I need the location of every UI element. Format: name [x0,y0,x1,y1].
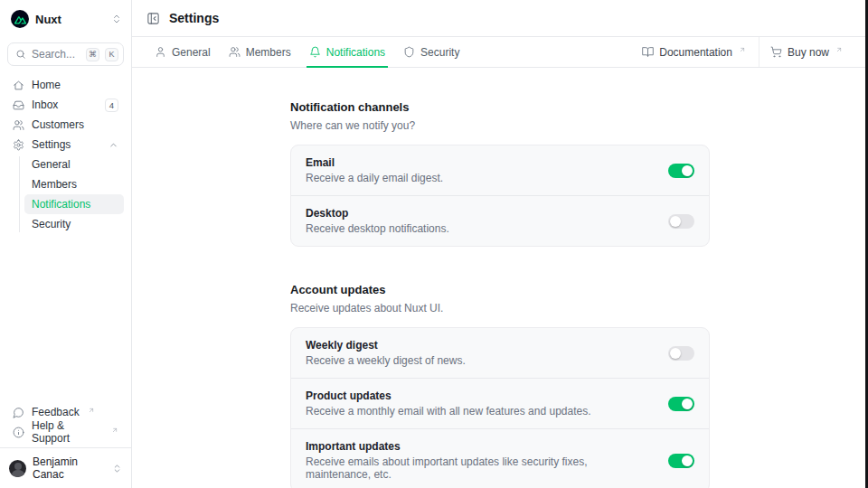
section-subtitle: Where can we notify you? [290,119,710,132]
settings-card: Email Receive a daily email digest. Desk… [290,145,710,247]
sidebar-item-settings[interactable]: Settings [7,135,124,155]
chevron-up-icon [108,140,118,150]
inbox-icon [13,99,24,111]
chevrons-up-down-icon [111,14,122,24]
tab-label: Notifications [326,46,385,59]
setting-label: Product updates [306,389,654,402]
buy-now-link[interactable]: Buy now [759,37,854,67]
sidebar-item-label: Security [32,218,71,230]
settings-submenu: General Members Notifications Security [7,155,124,234]
weekly-digest-toggle[interactable] [668,346,694,361]
nuxt-logo-icon [11,10,29,28]
sidebar-item-members[interactable]: Members [24,174,124,194]
kbd-k: K [105,48,118,61]
user-name: Benjamin Canac [33,455,106,481]
setting-description: Receive emails about important updates l… [306,455,654,481]
action-label: Buy now [788,46,829,59]
documentation-link[interactable]: Documentation [631,37,757,67]
product-updates-toggle[interactable] [668,397,694,411]
section-title: Account updates [290,283,710,296]
content-scroll-area[interactable]: Notification channels Where can we notif… [132,68,868,488]
external-link-icon [835,46,843,53]
external-link-icon [739,46,746,53]
section-subtitle: Receive updates about Nuxt UI. [290,302,710,314]
setting-row-email: Email Receive a daily email digest. [291,145,709,195]
section-title: Notification channels [290,100,710,114]
tab-notifications[interactable]: Notifications [301,37,393,67]
shopping-cart-icon [770,46,782,58]
sidebar-item-customers[interactable]: Customers [7,115,124,135]
setting-description: Receive desktop notifications. [306,222,654,235]
user-menu[interactable]: Benjamin Canac [0,447,131,488]
sidebar-item-label: Members [32,178,77,191]
help-support-link[interactable]: Help & Support [7,422,124,442]
external-link-icon [111,427,118,434]
users-icon [13,119,24,131]
bell-icon [309,46,321,58]
kbd-cmd: ⌘ [86,48,99,61]
setting-label: Email [306,156,654,169]
footer-link-label: Feedback [32,406,80,418]
section-notification-channels: Notification channels Where can we notif… [290,100,710,247]
inbox-count-badge: 4 [105,99,118,112]
avatar [9,460,26,477]
settings-card: Weekly digest Receive a weekly digest of… [290,327,710,488]
sidebar-item-label: Notifications [32,198,90,211]
chevrons-up-down-icon [112,464,122,474]
sidebar-nav: Home Inbox 4 Customers Settings [0,75,131,234]
action-label: Documentation [659,46,732,59]
brand-name: Nuxt [35,13,105,26]
footer-link-label: Help & Support [32,419,103,445]
search-placeholder: Search... [32,48,80,61]
tab-label: Members [246,46,291,59]
users-icon [229,46,241,58]
setting-row-weekly-digest: Weekly digest Receive a weekly digest of… [291,328,709,378]
tab-label: General [172,46,211,59]
sidebar-item-label: General [32,158,71,171]
tab-members[interactable]: Members [221,37,299,67]
tab-label: Security [420,46,459,59]
section-account-updates: Account updates Receive updates about Nu… [290,283,710,488]
gear-icon [13,139,24,151]
sidebar-item-label: Settings [32,138,101,151]
team-switcher[interactable]: Nuxt [0,0,131,36]
sidebar-item-security[interactable]: Security [24,214,124,234]
setting-description: Receive a weekly digest of news. [306,354,654,367]
sidebar-item-label: Home [32,79,118,91]
search-icon [15,49,26,60]
tab-security[interactable]: Security [395,37,467,67]
sidebar-footer: Feedback Help & Support [0,402,131,447]
shield-icon [403,46,415,58]
sidebar: Nuxt Search... ⌘ K Home Inbox 4 [0,0,132,488]
info-circle-icon [13,427,24,438]
external-link-icon [88,407,95,414]
setting-label: Important updates [306,440,654,453]
sidebar-item-notifications[interactable]: Notifications [24,194,124,214]
sidebar-item-home[interactable]: Home [7,75,124,95]
tab-bar: General Members Notifications Security [132,37,868,68]
setting-row-desktop: Desktop Receive desktop notifications. [291,195,709,246]
sidebar-item-label: Customers [32,118,118,131]
search-input[interactable]: Search... ⌘ K [7,42,124,66]
setting-row-product-updates: Product updates Receive a monthly email … [291,378,709,428]
desktop-toggle[interactable] [668,214,694,229]
important-updates-toggle[interactable] [668,454,694,468]
sidebar-item-label: Inbox [32,99,98,111]
panel-collapse-icon[interactable] [146,12,160,25]
sidebar-item-general[interactable]: General [24,155,124,174]
sidebar-item-inbox[interactable]: Inbox 4 [7,95,124,115]
tab-general[interactable]: General [146,37,219,67]
book-open-icon [642,46,654,58]
page-title: Settings [169,11,219,25]
setting-label: Desktop [306,207,654,220]
email-toggle[interactable] [668,164,694,178]
message-circle-icon [13,407,24,418]
user-icon [155,46,166,58]
page-header: Settings [132,0,868,37]
setting-description: Receive a monthly email with all new fea… [306,405,654,418]
main-panel: Settings General Members Notifications S… [132,0,868,488]
home-icon [13,80,24,91]
setting-label: Weekly digest [306,339,654,352]
setting-row-important-updates: Important updates Receive emails about i… [291,428,709,488]
setting-description: Receive a daily email digest. [306,172,654,184]
